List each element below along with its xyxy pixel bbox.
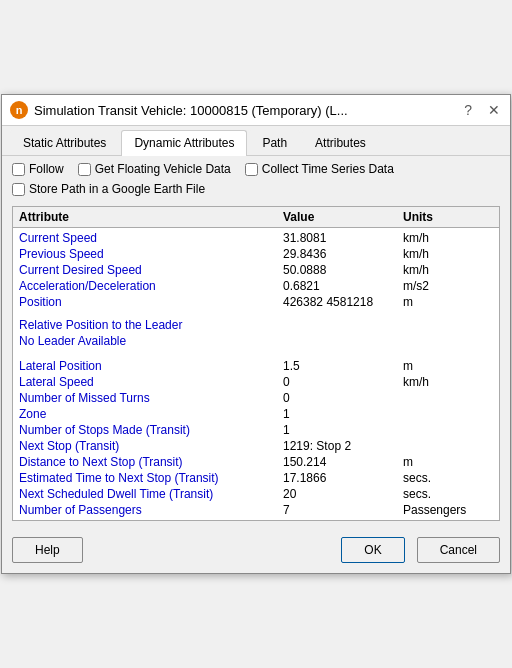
attr-unit: secs. (403, 487, 493, 501)
help-button[interactable]: Help (12, 537, 83, 563)
table-row: Number of Stops Made (Transit) 1 (13, 422, 499, 438)
attr-unit: km/h (403, 231, 493, 245)
section-label: Relative Position to the Leader (13, 314, 499, 333)
attr-name: Current Desired Speed (19, 263, 283, 277)
collect-time-series-label: Collect Time Series Data (262, 162, 394, 176)
attr-unit (403, 407, 493, 421)
attr-name: Previous Speed (19, 247, 283, 261)
attr-name: Zone (19, 407, 283, 421)
close-button[interactable]: ✕ (486, 102, 502, 118)
attr-name: Number of Missed Turns (19, 391, 283, 405)
attr-unit: secs. (403, 471, 493, 485)
attr-name: Number of Stops Made (Transit) (19, 423, 283, 437)
attr-unit (403, 423, 493, 437)
tab-attributes[interactable]: Attributes (302, 130, 379, 155)
floating-vehicle-checkbox-label[interactable]: Get Floating Vehicle Data (78, 162, 231, 176)
attr-value: 1 (283, 423, 403, 437)
table-row: Number of Missed Turns 0 (13, 390, 499, 406)
checkboxes-row1: Follow Get Floating Vehicle Data Collect… (2, 156, 510, 182)
attr-value: 29.8436 (283, 247, 403, 261)
floating-vehicle-checkbox[interactable] (78, 163, 91, 176)
attr-name: Position (19, 295, 283, 309)
ok-button[interactable]: OK (341, 537, 404, 563)
table-row: Lateral Speed 0 km/h (13, 374, 499, 390)
attr-name: Lateral Speed (19, 375, 283, 389)
table-row: Position 426382 4581218 m (13, 294, 499, 310)
tab-static-attributes[interactable]: Static Attributes (10, 130, 119, 155)
attr-name: Estimated Time to Next Stop (Transit) (19, 471, 283, 485)
attr-unit (403, 439, 493, 453)
attr-name: Lateral Position (19, 359, 283, 373)
table-header: Attribute Value Units (13, 207, 499, 228)
attr-name: Acceleration/Deceleration (19, 279, 283, 293)
title-bar-left: n Simulation Transit Vehicle: 10000815 (… (10, 101, 348, 119)
attr-value: 0 (283, 391, 403, 405)
floating-vehicle-label: Get Floating Vehicle Data (95, 162, 231, 176)
table-row: Acceleration/Deceleration 0.6821 m/s2 (13, 278, 499, 294)
store-path-checkbox[interactable] (12, 183, 25, 196)
attr-value: 1 (283, 407, 403, 421)
table-row: Current Speed 31.8081 km/h (13, 230, 499, 246)
no-leader-text: No Leader Available (13, 333, 499, 354)
attr-unit: m (403, 455, 493, 469)
attr-name: Distance to Next Stop (Transit) (19, 455, 283, 469)
table-row: Number of Passengers 7 Passengers (13, 502, 499, 518)
table-row: Previous Speed 29.8436 km/h (13, 246, 499, 262)
attr-unit: m/s2 (403, 279, 493, 293)
table-row: Lateral Position 1.5 m (13, 358, 499, 374)
app-icon: n (10, 101, 28, 119)
follow-checkbox-label[interactable]: Follow (12, 162, 64, 176)
attr-value: 20 (283, 487, 403, 501)
attr-name: Number of Passengers (19, 503, 283, 517)
attr-unit: km/h (403, 247, 493, 261)
footer: Help OK Cancel (2, 527, 510, 573)
attr-unit: km/h (403, 375, 493, 389)
attr-value: 1.5 (283, 359, 403, 373)
attr-value: 17.1866 (283, 471, 403, 485)
attr-name: Current Speed (19, 231, 283, 245)
collect-time-series-checkbox[interactable] (245, 163, 258, 176)
window-title: Simulation Transit Vehicle: 10000815 (Te… (34, 103, 348, 118)
attributes-table: Attribute Value Units Current Speed 31.8… (12, 206, 500, 521)
main-window: n Simulation Transit Vehicle: 10000815 (… (1, 94, 511, 574)
checkboxes-row2: Store Path in a Google Earth File (2, 182, 510, 202)
col-units: Units (403, 210, 493, 224)
table-row: Zone 1 (13, 406, 499, 422)
help-icon[interactable]: ? (462, 102, 474, 118)
collect-time-series-checkbox-label[interactable]: Collect Time Series Data (245, 162, 394, 176)
follow-checkbox[interactable] (12, 163, 25, 176)
table-row: Next Scheduled Dwell Time (Transit) 20 s… (13, 486, 499, 502)
attr-value: 1219: Stop 2 (283, 439, 403, 453)
title-bar-controls: ? ✕ (462, 102, 502, 118)
attr-unit: m (403, 359, 493, 373)
attr-name: Next Stop (Transit) (19, 439, 283, 453)
attr-value: 0.6821 (283, 279, 403, 293)
table-body: Current Speed 31.8081 km/h Previous Spee… (13, 228, 499, 520)
attr-value: 150.214 (283, 455, 403, 469)
attr-value: 7 (283, 503, 403, 517)
tab-bar: Static Attributes Dynamic Attributes Pat… (2, 126, 510, 156)
store-path-checkbox-label[interactable]: Store Path in a Google Earth File (12, 182, 205, 196)
attr-unit (403, 391, 493, 405)
title-bar: n Simulation Transit Vehicle: 10000815 (… (2, 95, 510, 126)
attr-unit: m (403, 295, 493, 309)
follow-label: Follow (29, 162, 64, 176)
attr-name: Next Scheduled Dwell Time (Transit) (19, 487, 283, 501)
attr-value: 50.0888 (283, 263, 403, 277)
table-row: Estimated Time to Next Stop (Transit) 17… (13, 470, 499, 486)
attr-value: 426382 4581218 (283, 295, 403, 309)
store-path-label: Store Path in a Google Earth File (29, 182, 205, 196)
table-row: Current Desired Speed 50.0888 km/h (13, 262, 499, 278)
attr-value: 31.8081 (283, 231, 403, 245)
tab-path[interactable]: Path (249, 130, 300, 155)
attr-value: 0 (283, 375, 403, 389)
col-value: Value (283, 210, 403, 224)
cancel-button[interactable]: Cancel (417, 537, 500, 563)
col-attribute: Attribute (19, 210, 283, 224)
table-row: Distance to Next Stop (Transit) 150.214 … (13, 454, 499, 470)
attr-unit: Passengers (403, 503, 493, 517)
attr-unit: km/h (403, 263, 493, 277)
tab-dynamic-attributes[interactable]: Dynamic Attributes (121, 130, 247, 156)
table-row: Next Stop (Transit) 1219: Stop 2 (13, 438, 499, 454)
